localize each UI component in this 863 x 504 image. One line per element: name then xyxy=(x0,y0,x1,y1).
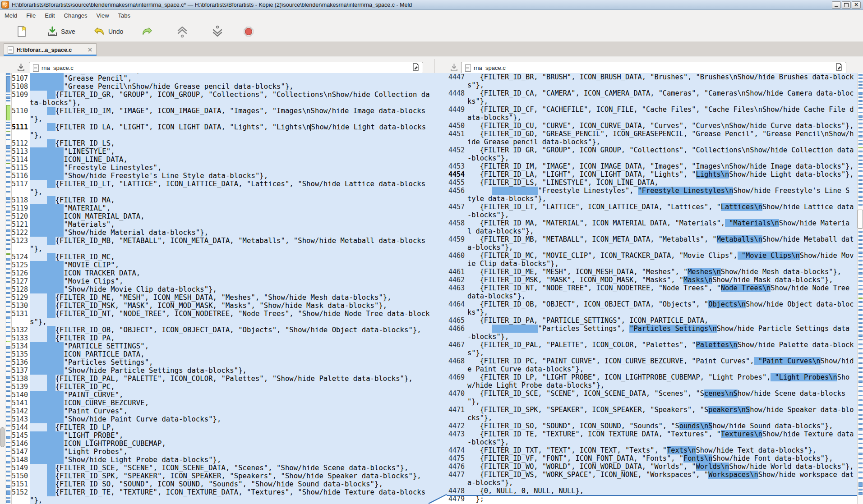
inline-diff-highlight: Fonts\n xyxy=(683,454,712,463)
code-text: "PARTICLE_SETTINGS", xyxy=(30,342,429,350)
diff-chunk-mark xyxy=(6,243,10,245)
code-row: l data-blocks"}, xyxy=(447,227,857,235)
inline-diff-highlight xyxy=(30,220,64,229)
left-save-file-icon[interactable] xyxy=(17,64,25,72)
menu-item-view[interactable]: View xyxy=(92,11,114,20)
line-number: 5108 xyxy=(12,82,30,91)
diff-chunk-mark xyxy=(858,84,863,86)
code-text: ide Grease pencil data-blocks"}, xyxy=(467,138,857,146)
menu-item-tabs[interactable]: Tabs xyxy=(114,11,135,20)
code-text: -blocks"}, xyxy=(467,211,857,219)
diff-chunk-mark xyxy=(6,326,10,328)
line-number: 4447 xyxy=(447,73,467,81)
code-text: {FILTER_ID_PA, xyxy=(30,334,429,342)
diff-chunk-mark xyxy=(6,395,10,397)
tab-label: H:\bforar...a_space.c xyxy=(17,47,84,53)
code-row: w/hide Light Probe data-blocks"}, xyxy=(447,381,857,389)
line-number: 5107 xyxy=(12,74,30,82)
tab-close-icon[interactable]: ✕ xyxy=(88,46,92,53)
code-row: 5148 "Show/hide Light Probe data-blocks"… xyxy=(12,456,429,464)
left-diff-overview-map[interactable] xyxy=(5,73,12,504)
diff-chunk-mark xyxy=(858,268,863,270)
inline-diff-highlight xyxy=(47,310,55,318)
line-number xyxy=(447,349,467,357)
code-row: 4457 {FILTER_ID_LT, "LATTICE", ICON_LATT… xyxy=(447,203,857,211)
left-scrollbar-thumb[interactable] xyxy=(0,427,5,447)
menu-item-edit[interactable]: Edit xyxy=(40,11,59,20)
line-number: 5117 xyxy=(12,180,30,188)
code-row: 5123 {FILTER_ID_MB, "METABALL", ICON_MET… xyxy=(12,237,429,245)
save-button[interactable]: Save xyxy=(47,26,75,37)
right-filename-entry[interactable]: rna_space.c xyxy=(461,62,846,74)
right-filename: rna_space.c xyxy=(474,64,833,71)
menu-item-meld[interactable]: Meld xyxy=(0,11,22,20)
line-number: 5116 xyxy=(12,172,30,180)
menu-bar: MeldFileEditChangesViewTabs xyxy=(0,10,863,21)
code-text: ie Clip data-blocks"}, xyxy=(467,260,857,268)
code-text: ICON_MATERIAL_DATA, xyxy=(30,212,429,220)
previous-change-button[interactable] xyxy=(176,25,188,38)
line-number xyxy=(12,496,30,504)
line-number: 5141 xyxy=(12,399,30,407)
new-comparison-button[interactable] xyxy=(16,26,27,37)
right-diff-overview-map[interactable] xyxy=(857,73,863,504)
line-number: 5121 xyxy=(12,220,30,229)
code-text: {FILTER_ID_NT, "NODE_TREE", ICON_NODETRE… xyxy=(30,310,429,318)
left-scrollbar[interactable] xyxy=(0,73,5,504)
code-text: {FILTER_ID_MB, "METABALL", ICON_META_DAT… xyxy=(467,235,857,243)
line-number: 5119 xyxy=(12,204,30,212)
maximize-button[interactable] xyxy=(842,1,851,9)
code-text: {FILTER_ID_PC, "PAINT_CURVE", ICON_CURVE… xyxy=(467,357,857,365)
right-save-file-icon[interactable] xyxy=(450,64,458,72)
left-filename-entry[interactable]: rna_space.c xyxy=(29,62,423,74)
diff-chunk-mark xyxy=(858,339,863,340)
next-change-button[interactable] xyxy=(212,25,223,38)
line-number: 4474 xyxy=(447,446,467,454)
diff-chunk-mark xyxy=(858,357,863,359)
code-text: {FILTER_ID_MSK, "MASK", ICON_MOD_MASK, "… xyxy=(30,302,429,310)
code-text: "}, xyxy=(30,115,429,123)
left-editor-pane[interactable]: ICON_GREASEPENCIL,5107 "Grease Pencil",5… xyxy=(12,73,429,504)
diff-chunk-mark xyxy=(858,447,863,449)
code-text: {FILTER_ID_MC, "MOVIE_CLIP", ICON_TRACKE… xyxy=(467,252,857,260)
header-separator xyxy=(434,59,434,74)
inline-diff-highlight xyxy=(30,204,64,212)
line-number: 5134 xyxy=(12,342,30,350)
line-number: 5132 xyxy=(12,326,30,334)
diff-chunk-mark xyxy=(6,316,10,319)
code-text: -blocks"}, xyxy=(467,333,857,341)
redo-button[interactable] xyxy=(141,27,153,37)
code-text: {FILTER_ID_WS, "WORK_SPACE", ICON_NONE, … xyxy=(467,471,857,479)
stop-button[interactable] xyxy=(243,26,254,37)
code-text: {FILTER_ID_MSK, "MASK", ICON_MOD_MASK, "… xyxy=(467,276,857,284)
line-number: 4469 xyxy=(447,373,467,381)
line-number: 5149 xyxy=(12,464,30,472)
right-editor-pane[interactable]: 4447 {FILTER_ID_BR, "BRUSH", ICON_BRUSH_… xyxy=(447,73,857,504)
diff-chunk-mark xyxy=(6,361,10,362)
undo-button[interactable]: Undo xyxy=(93,27,123,37)
diff-chunk-mark xyxy=(858,81,863,82)
inline-diff-highlight xyxy=(30,156,64,164)
diff-chunk-mark xyxy=(6,239,10,241)
code-row: e Paint Curve data-blocks"}, xyxy=(447,365,857,373)
diff-chunk-mark xyxy=(6,176,10,178)
diff-chunk-mark xyxy=(6,281,10,283)
menu-item-file[interactable]: File xyxy=(22,11,40,20)
tab-rna-space[interactable]: H:\bforar...a_space.c ✕ xyxy=(4,43,97,56)
diff-chunk-mark xyxy=(6,160,10,161)
minimize-button[interactable] xyxy=(832,1,841,9)
diff-chunk-mark xyxy=(858,376,863,378)
line-number: 5143 xyxy=(12,415,30,423)
close-button[interactable]: ✕ xyxy=(852,1,861,9)
code-row: 5152 {FILTER_ID_TE, "TEXTURE", ICON_TEXT… xyxy=(12,488,429,496)
line-number xyxy=(447,365,467,373)
line-number: 4453 xyxy=(447,162,467,170)
inline-diff-highlight: Node Trees\n xyxy=(721,284,771,292)
menu-item-changes[interactable]: Changes xyxy=(60,11,92,20)
line-number: 5125 xyxy=(12,261,30,269)
line-number: 5148 xyxy=(12,456,30,464)
code-text: {FILTER_ID_MC, xyxy=(30,253,429,261)
diff-chunk-mark xyxy=(858,353,863,354)
code-row: cks"}, xyxy=(447,414,857,422)
code-row: ta-blocks"}, xyxy=(12,99,429,107)
